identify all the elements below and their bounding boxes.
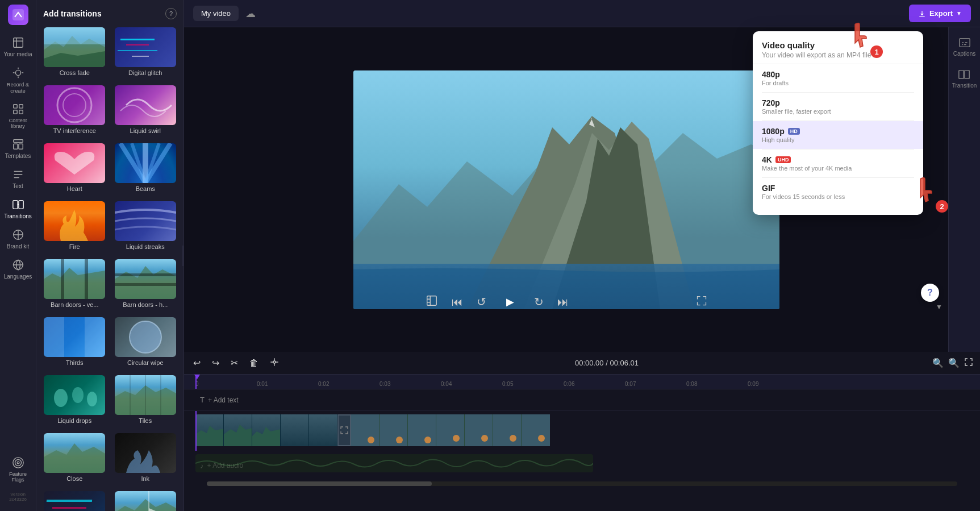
export-button[interactable]: Export ▼ (909, 5, 971, 22)
svg-point-62 (510, 435, 516, 442)
video-title-tab[interactable]: My video (193, 6, 239, 21)
sidebar-item-your-media[interactable]: Your media (1, 32, 35, 62)
transition-digital-glitch[interactable]: Digital glitch (112, 25, 180, 80)
svg-rect-17 (44, 27, 105, 44)
sidebar-item-languages[interactable]: Languages (1, 254, 35, 284)
transition-beams[interactable]: Beams (112, 141, 180, 196)
transition-label-liquid-swirl: Liquid swirl (130, 127, 161, 134)
svg-point-58 (453, 435, 460, 442)
svg-rect-3 (13, 105, 16, 108)
transition-cross-fade[interactable]: Cross fade (41, 25, 109, 80)
transition-fire[interactable]: Fire (41, 199, 109, 254)
sidebar-item-transitions[interactable]: Transitions (1, 194, 35, 224)
cut-button[interactable]: ✂ (228, 355, 240, 371)
captions-panel-button[interactable]: Captions (951, 32, 978, 61)
transition-thumb-digital-glitch (115, 27, 176, 67)
quality-option-1080p[interactable]: 1080p HD High quality (753, 121, 923, 149)
svg-rect-51 (351, 414, 380, 446)
quality-option-480p[interactable]: 480p For drafts (753, 64, 923, 92)
quality-option-4k[interactable]: 4K UHD Make the most of your 4K media (753, 149, 923, 177)
svg-rect-9 (18, 144, 22, 149)
preview-collapse-chevron[interactable]: ▼ (936, 303, 943, 311)
transition-ink[interactable]: Ink (112, 431, 180, 485)
svg-rect-30 (85, 317, 105, 357)
transition-label-beams: Beams (136, 185, 155, 192)
transition-circular-wipe[interactable]: Circular wipe (112, 315, 180, 369)
transition-panel-button[interactable]: Transition (950, 64, 979, 93)
fullscreen-button[interactable] (696, 295, 707, 309)
transition-thumb-fire (44, 201, 105, 241)
sidebar-item-text[interactable]: Text (1, 164, 35, 194)
transition-tiles[interactable]: Tiles (112, 373, 180, 427)
transition-barn-doors-h[interactable]: Barn doors - h... (112, 257, 180, 311)
sidebar-item-content-library[interactable]: Contentlibrary (1, 98, 35, 134)
transition-thumb-tiles (115, 375, 176, 415)
transition-liquid-drops[interactable]: Liquid drops (41, 373, 109, 427)
video-frame (353, 70, 779, 309)
quality-option-720p[interactable]: 720p Smaller file, faster export (753, 93, 923, 121)
transition-liquid-swirl[interactable]: Liquid swirl (112, 83, 180, 138)
sidebar-item-record-create[interactable]: Record &create (1, 62, 35, 98)
transition-thumb-wipe-right (115, 491, 176, 511)
play-button[interactable]: ▶ (500, 292, 520, 312)
help-button-preview[interactable]: ? (921, 284, 939, 302)
cloud-save-icon[interactable]: ☁ (245, 7, 256, 20)
video-clip[interactable] (195, 414, 593, 446)
fit-to-window-button[interactable] (964, 358, 973, 369)
help-button[interactable]: ? (165, 8, 177, 19)
side-icons-panel: Captions Transition (948, 27, 980, 352)
zoom-in-button[interactable]: 🔍 (948, 358, 960, 369)
add-text-button[interactable]: T + Add text (195, 390, 243, 410)
transition-thirds[interactable]: Thirds (41, 315, 109, 369)
svg-rect-59 (465, 414, 493, 446)
zoom-out-button[interactable]: 🔍 (932, 358, 944, 369)
timeline-time-display: 00:00.00 / 00:06.01 (575, 359, 639, 367)
forward-button[interactable]: ↻ (534, 295, 544, 309)
transition-label-circular-wipe: Circular wipe (127, 359, 164, 366)
svg-rect-0 (12, 9, 24, 20)
skip-forward-button[interactable]: ⏭ (557, 296, 569, 309)
transition-thumb-liquid-swirl (115, 85, 176, 125)
transition-thumb-heart (44, 143, 105, 183)
skip-back-button[interactable]: ⏮ (452, 296, 463, 309)
topbar-right: Export ▼ (909, 5, 971, 22)
svg-rect-48 (959, 70, 964, 79)
transition-label-tiles: Tiles (139, 417, 152, 424)
svg-point-33 (72, 387, 84, 403)
svg-point-54 (396, 437, 403, 443)
split-button[interactable] (268, 355, 281, 371)
transition-liquid-streaks[interactable]: Liquid streaks (112, 199, 180, 254)
rewind-button[interactable]: ↺ (477, 295, 486, 309)
transition-heart[interactable]: Heart (41, 141, 109, 196)
preview-controls: ⏮ ↺ ▶ ↻ ⏭ (184, 292, 948, 312)
svg-rect-25 (61, 259, 64, 299)
panel-title: Add transitions (43, 9, 102, 18)
app-logo (8, 5, 28, 25)
svg-point-19 (63, 94, 86, 117)
sidebar-item-brand-kit[interactable]: Brand kit (1, 224, 35, 254)
timeline: ↩ ↪ ✂ 🗑 00:00.00 / 00:06.01 🔍 🔍 (184, 352, 980, 511)
svg-rect-55 (408, 414, 436, 446)
redo-button[interactable]: ↪ (210, 355, 222, 371)
undo-button[interactable]: ↩ (191, 355, 203, 371)
transition-label-tv-interference: TV interference (53, 127, 96, 134)
svg-rect-1 (13, 38, 23, 48)
transition-label-fire: Fire (69, 243, 80, 250)
clip-trim-icon[interactable] (426, 294, 438, 309)
transition-close[interactable]: Close (41, 431, 109, 485)
quality-option-gif[interactable]: GIF For videos 15 seconds or less (753, 178, 923, 206)
transitions-grid: Cross fade Digital glitch TV interferenc… (36, 25, 184, 511)
transition-wipe-right[interactable]: Wipe right (112, 489, 180, 511)
transition-thumb-beams (115, 143, 176, 183)
transition-barn-doors-v[interactable]: Barn doors - ve... (41, 257, 109, 311)
svg-rect-53 (380, 414, 408, 446)
transition-glitch-reveal[interactable]: Glitch reveal (41, 489, 109, 511)
timeline-scrollbar[interactable] (207, 481, 957, 486)
sidebar-item-templates[interactable]: Templates (1, 134, 35, 164)
svg-rect-57 (436, 414, 465, 446)
sidebar-item-feature-flags[interactable]: FeatureFlags (1, 452, 35, 487)
delete-button[interactable]: 🗑 (247, 356, 261, 371)
svg-rect-10 (12, 201, 17, 209)
transition-tv-interference[interactable]: TV interference (41, 83, 109, 138)
audio-track-row: ♪ + Add audio (184, 451, 980, 478)
